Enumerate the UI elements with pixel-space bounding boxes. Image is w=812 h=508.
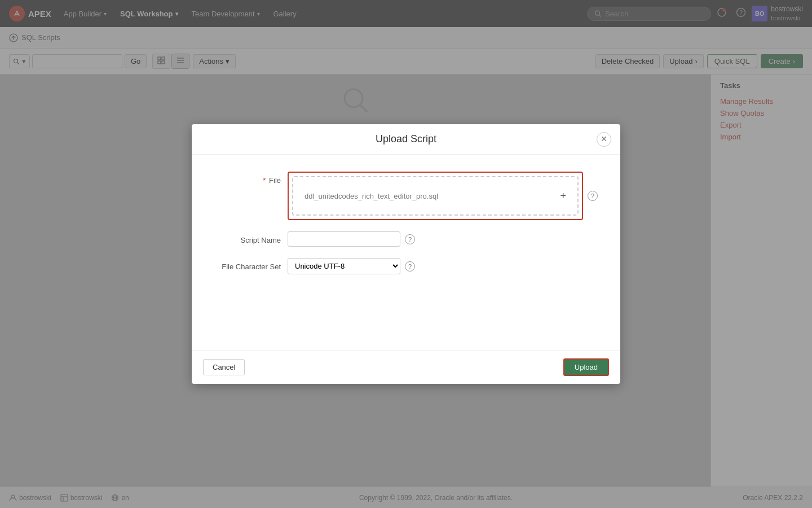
file-help-icon[interactable]: ? [588,191,598,201]
script-name-input[interactable] [288,231,400,247]
modal-footer: Cancel Upload [192,350,620,384]
required-indicator: * [263,176,266,185]
cancel-button[interactable]: Cancel [203,359,245,375]
file-charset-label: File Character Set [214,258,288,271]
file-upload-outer: ddl_unitedcodes_rich_text_editor_pro.sql… [288,172,583,220]
modal-body: * File ddl_unitedcodes_rich_text_editor_… [192,155,620,350]
file-charset-control-wrapper: Unicode UTF-8 ISO-8859-1 US-ASCII UTF-16… [288,258,598,274]
upload-script-modal: Upload Script × * File ddl_unitedcodes_r… [192,124,620,384]
file-control-wrapper: ddl_unitedcodes_rich_text_editor_pro.sql… [288,172,598,220]
script-name-control-wrapper: ? [288,231,598,247]
modal-overlay: Upload Script × * File ddl_unitedcodes_r… [0,0,812,508]
file-charset-select[interactable]: Unicode UTF-8 ISO-8859-1 US-ASCII UTF-16 [288,258,400,274]
file-charset-form-group: File Character Set Unicode UTF-8 ISO-885… [214,258,598,274]
script-name-label: Script Name [214,231,288,244]
script-name-form-group: Script Name ? [214,231,598,247]
modal-header: Upload Script × [192,124,620,155]
file-add-button[interactable]: + [560,190,566,202]
upload-submit-button[interactable]: Upload [563,358,609,376]
file-name-display: ddl_unitedcodes_rich_text_editor_pro.sql [304,192,438,200]
modal-close-button[interactable]: × [597,132,611,147]
file-charset-help-icon[interactable]: ? [405,261,415,271]
modal-title: Upload Script [376,133,436,145]
file-form-group: * File ddl_unitedcodes_rich_text_editor_… [214,172,598,220]
file-upload-dropzone[interactable]: ddl_unitedcodes_rich_text_editor_pro.sql… [292,176,579,216]
file-label: * File [214,172,288,185]
script-name-help-icon[interactable]: ? [405,234,415,244]
